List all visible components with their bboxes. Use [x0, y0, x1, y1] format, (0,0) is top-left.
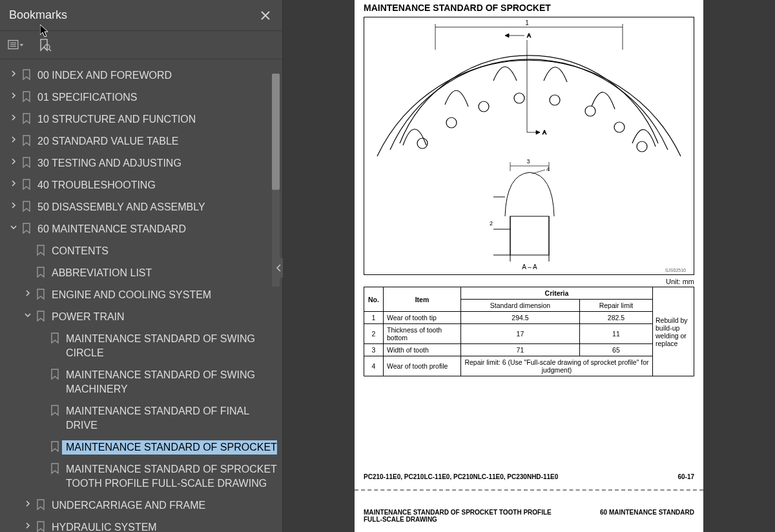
chevron-right-icon[interactable]	[8, 68, 19, 77]
bookmark-icon	[48, 332, 62, 344]
bookmark-item[interactable]: UNDERCARRIAGE AND FRAME	[0, 495, 282, 517]
bookmark-item[interactable]: MAINTENANCE STANDARD OF SWING MACHINERY	[0, 364, 282, 400]
bookmark-item[interactable]: 10 STRUCTURE AND FUNCTION	[0, 108, 282, 130]
svg-point-12	[614, 122, 625, 132]
bookmark-label: 00 INDEX AND FOREWORD	[34, 68, 277, 83]
footer-pagenum: 60-17	[677, 473, 694, 480]
chevron-right-icon	[22, 266, 34, 267]
table-row: 1 Wear of tooth tip 294.5 282.5	[364, 312, 694, 324]
bookmarks-header: Bookmarks	[0, 0, 282, 31]
criteria-table: No. Item Criteria Rebuild by build-up we…	[364, 287, 694, 376]
bookmark-item[interactable]: MAINTENANCE STANDARD OF FINAL DRIVE	[0, 400, 282, 436]
chevron-right-icon[interactable]	[8, 134, 19, 143]
bookmark-item[interactable]: 40 TROUBLESHOOTING	[0, 174, 282, 196]
bookmark-label: 60 MAINTENANCE STANDARD	[34, 222, 277, 236]
page2-section: 60 MAINTENANCE STANDARD	[600, 509, 694, 523]
bookmark-label: 20 STANDARD VALUE TABLE	[34, 134, 277, 148]
bookmark-icon	[48, 440, 62, 453]
bookmark-label: MAINTENANCE STANDARD OF SWING MACHINERY	[62, 368, 277, 396]
find-bookmark-icon[interactable]	[36, 37, 53, 54]
page2-title: MAINTENANCE STANDARD OF SPROCKET TOOTH P…	[364, 509, 570, 523]
th-no: No.	[364, 287, 384, 312]
chevron-down-icon[interactable]	[22, 310, 34, 319]
bookmark-icon	[34, 266, 48, 278]
sprocket-figure: 1 A A	[364, 17, 694, 275]
bookmark-item[interactable]: MAINTENANCE STANDARD OF SWING CIRCLE	[0, 328, 282, 364]
chevron-right-icon[interactable]	[22, 498, 34, 507]
chevron-right-icon	[36, 332, 48, 333]
svg-point-6	[417, 138, 428, 148]
bookmark-label: 50 DISASSEMBLY AND ASSEMBLY	[34, 200, 277, 214]
bookmark-item[interactable]: HYDRAULIC SYSTEM	[0, 517, 282, 532]
chevron-right-icon	[36, 404, 48, 405]
bookmark-icon	[34, 244, 48, 256]
bookmark-icon	[19, 200, 34, 212]
bookmark-item[interactable]: MAINTENANCE STANDARD OF SPROCKET	[0, 436, 282, 458]
page-1: MAINTENANCE STANDARD OF SPROCKET	[355, 0, 703, 489]
bookmark-label: ENGINE AND COOLING SYSTEM	[48, 288, 277, 302]
bookmarks-panel: Bookmarks 00 INDEX AND FOREW	[0, 0, 283, 532]
page-2: MAINTENANCE STANDARD OF SPROCKET TOOTH P…	[355, 502, 703, 523]
th-criteria: Criteria	[461, 287, 653, 300]
bookmark-label: 30 TESTING AND ADJUSTING	[34, 156, 277, 170]
bookmark-item[interactable]: POWER TRAIN	[0, 306, 282, 328]
bookmark-item[interactable]: 30 TESTING AND ADJUSTING	[0, 152, 282, 174]
bookmark-label: 10 STRUCTURE AND FUNCTION	[34, 112, 277, 127]
bookmark-icon	[19, 178, 34, 190]
th-limit: Repair limit	[579, 300, 652, 312]
bookmarks-toolbar	[0, 31, 282, 59]
svg-point-13	[637, 141, 647, 152]
close-icon[interactable]	[258, 8, 273, 23]
svg-point-11	[585, 106, 595, 116]
bookmark-label: HYDRAULIC SYSTEM	[48, 520, 277, 532]
scrollbar-thumb[interactable]	[272, 74, 280, 190]
bookmark-icon	[34, 310, 48, 322]
options-dropdown-icon[interactable]	[8, 37, 25, 54]
chevron-right-icon[interactable]	[8, 112, 19, 121]
collapse-panel-grip[interactable]	[275, 258, 283, 278]
bookmark-item[interactable]: CONTENTS	[0, 240, 282, 262]
chevron-down-icon[interactable]	[8, 222, 19, 231]
bookmark-item[interactable]: 60 MAINTENANCE STANDARD	[0, 218, 282, 240]
bookmark-item[interactable]: 01 SPECIFICATIONS	[0, 87, 282, 108]
chevron-right-icon[interactable]	[8, 156, 19, 165]
chevron-right-icon[interactable]	[8, 90, 19, 99]
chevron-right-icon[interactable]	[22, 520, 34, 529]
table-row: 2 Thickness of tooth bottom 17 11	[364, 324, 694, 344]
bookmark-icon	[48, 368, 62, 380]
th-std: Standard dimension	[461, 300, 580, 312]
bookmark-item[interactable]: 50 DISASSEMBLY AND ASSEMBLY	[0, 196, 282, 218]
svg-rect-22	[510, 216, 549, 255]
bookmark-item[interactable]: MAINTENANCE STANDARD OF SPROCKET TOOTH P…	[0, 458, 282, 495]
page-footer: PC210-11E0, PC210LC-11E0, PC210NLC-11E0,…	[364, 473, 694, 483]
chevron-right-icon[interactable]	[22, 288, 34, 297]
chevron-right-icon	[22, 244, 34, 245]
svg-line-5	[49, 49, 51, 51]
page-title: MAINTENANCE STANDARD OF SPROCKET	[364, 3, 694, 13]
unit-label: Unit: mm	[364, 278, 694, 285]
bookmark-label: 01 SPECIFICATIONS	[34, 90, 277, 105]
bookmark-icon	[34, 288, 48, 300]
remedy-cell: Rebuild by build-up weld­ing or replace	[653, 287, 694, 376]
footer-models: PC210-11E0, PC210LC-11E0, PC210NLC-11E0,…	[364, 473, 558, 480]
bookmark-label: 40 TROUBLESHOOTING	[34, 178, 277, 192]
bookmark-item[interactable]: 00 INDEX AND FOREWORD	[0, 65, 282, 87]
bookmark-icon	[48, 404, 62, 416]
bookmark-icon	[19, 222, 34, 234]
bookmark-icon	[34, 520, 48, 532]
table-row: 3 Width of tooth 71 65	[364, 344, 694, 356]
svg-text:2: 2	[490, 220, 493, 227]
th-item: Item	[384, 287, 461, 312]
chevron-right-icon[interactable]	[8, 200, 19, 209]
bookmark-item[interactable]: ENGINE AND COOLING SYSTEM	[0, 284, 282, 306]
svg-point-7	[446, 118, 457, 128]
bookmark-item[interactable]: 20 STANDARD VALUE TABLE	[0, 130, 282, 152]
bookmark-label: MAINTENANCE STANDARD OF SPROCKET TOOTH P…	[62, 462, 277, 491]
document-viewport[interactable]: MAINTENANCE STANDARD OF SPROCKET	[283, 0, 775, 532]
bookmark-item[interactable]: ABBREVIATION LIST	[0, 262, 282, 284]
svg-text:4: 4	[546, 166, 550, 172]
bookmark-label: MAINTENANCE STANDARD OF SPROCKET	[62, 440, 277, 455]
chevron-right-icon[interactable]	[8, 178, 19, 187]
bookmark-label: UNDERCARRIAGE AND FRAME	[48, 498, 277, 513]
bookmarks-list[interactable]: 00 INDEX AND FOREWORD01 SPECIFICATIONS10…	[0, 59, 282, 532]
